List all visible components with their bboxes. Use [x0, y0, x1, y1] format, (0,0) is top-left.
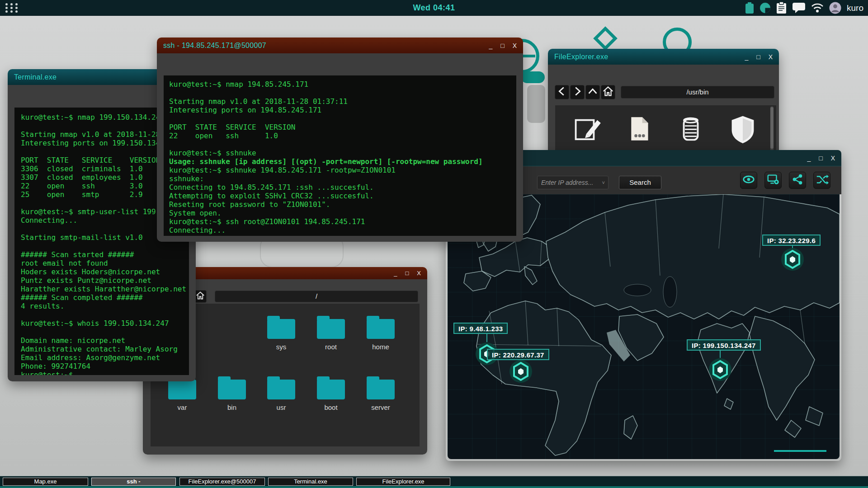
notepad-icon	[571, 113, 603, 147]
forward-icon	[571, 84, 584, 100]
search-button[interactable]: Search	[619, 176, 661, 189]
folder-icon	[218, 380, 246, 399]
pie-chart-icon[interactable]	[760, 2, 771, 14]
folder-icon	[317, 380, 345, 399]
folder-item-var[interactable]: var	[162, 380, 203, 411]
minimize-button[interactable]: _	[807, 155, 811, 161]
folder-icon	[267, 380, 295, 399]
wifi-icon[interactable]	[811, 3, 824, 13]
window-title: FileExplorer.exe	[554, 53, 609, 61]
folder-label: root	[325, 343, 337, 351]
close-button[interactable]: X	[769, 54, 773, 60]
shuffle-icon	[815, 173, 829, 188]
window-title: ssh - 194.85.245.171@500007	[163, 42, 266, 50]
folder-item-root[interactable]: root	[311, 319, 351, 351]
maximize-button[interactable]: □	[405, 270, 409, 277]
folder-item-bin[interactable]: bin	[212, 380, 252, 411]
chat-icon[interactable]	[792, 2, 806, 14]
home-button[interactable]	[194, 290, 207, 303]
settings-file-icon	[623, 113, 655, 147]
folder-item-home[interactable]: home	[360, 319, 401, 351]
close-button[interactable]: X	[513, 42, 517, 49]
window-title: Terminal.exe	[14, 73, 57, 81]
marker-connector	[486, 334, 487, 342]
clipboard-icon[interactable]	[776, 2, 787, 14]
marker-connector	[720, 351, 721, 358]
monitor-shield-icon	[726, 113, 759, 147]
close-button[interactable]: X	[831, 155, 835, 161]
maximize-button[interactable]: □	[500, 42, 504, 49]
folder-label: home	[372, 343, 389, 351]
ip-label[interactable]: IP: 32.23.229.6	[762, 235, 821, 246]
taskbar-item-ssh[interactable]: ssh -	[91, 478, 176, 486]
taskbar: Map.exe ssh - FileExplorer.exe@500007 Te…	[0, 476, 868, 488]
folder-item-server[interactable]: server	[360, 380, 401, 411]
taskbar-item-fileexplorer-remote[interactable]: FileExplorer.exe@500007	[179, 478, 265, 486]
file-explorer-title-bar[interactable]: FileExplorer.exe _ □ X	[548, 49, 779, 65]
up-button[interactable]	[585, 85, 600, 99]
hexagon-marker[interactable]	[509, 359, 533, 384]
chevron-down-icon: ˅	[602, 176, 605, 189]
ip-label[interactable]: IP: 9.48.1.233	[453, 323, 508, 334]
taskbar-item-fileexplorer[interactable]: FileExplorer.exe	[356, 478, 450, 486]
avatar-icon[interactable]	[829, 2, 841, 14]
taskbar-accent-strip	[0, 486, 868, 488]
ip-label[interactable]: IP: 220.29.67.37	[487, 349, 549, 360]
forward-button[interactable]	[570, 85, 585, 99]
folder-label: var	[178, 404, 187, 411]
folder-icon	[367, 380, 395, 399]
folder-label: sys	[276, 343, 287, 351]
username[interactable]: kuro	[847, 3, 865, 13]
hexagon-marker[interactable]	[780, 247, 805, 272]
home-button[interactable]	[601, 85, 615, 99]
minimize-button[interactable]: _	[489, 42, 492, 49]
folder-item-boot[interactable]: boot	[311, 380, 351, 411]
taskbar-item-terminal[interactable]: Terminal.exe	[268, 478, 353, 486]
desktop-icon-fragment	[527, 85, 545, 123]
address-bar[interactable]: /usr/bin	[621, 86, 774, 99]
shuffle-button[interactable]	[813, 172, 830, 189]
eye-button[interactable]	[740, 172, 757, 189]
back-button[interactable]	[555, 85, 569, 99]
ip-search-input[interactable]: Enter IP address... ˅	[537, 176, 609, 189]
folder-item-sys[interactable]: sys	[261, 319, 302, 351]
hexagon-marker[interactable]	[708, 357, 732, 382]
eye-icon	[742, 173, 755, 188]
home-icon	[601, 84, 615, 100]
folder-icon	[317, 319, 345, 339]
up-icon	[586, 84, 599, 100]
maximize-button[interactable]: □	[756, 54, 760, 60]
top-bar: Wed 04:41 kuro	[0, 0, 868, 16]
battery-icon[interactable]	[745, 2, 754, 14]
folder-icon	[267, 319, 295, 339]
minimize-button[interactable]: _	[394, 270, 397, 277]
window-ssh: ssh - 194.85.245.171@500007 _ □ X kuro@t…	[157, 38, 523, 242]
remote-screen-button[interactable]	[764, 172, 782, 189]
folder-icon	[168, 380, 196, 399]
desktop-flag-icon	[593, 26, 618, 51]
clock: Wed 04:41	[0, 0, 868, 16]
folder-label: bin	[227, 404, 236, 411]
share-button[interactable]	[789, 172, 806, 189]
address-bar[interactable]: /	[215, 291, 418, 302]
minimize-button[interactable]: _	[745, 54, 748, 60]
folder-label: usr	[277, 404, 286, 411]
ssh-terminal-output[interactable]: kuro@test:~$ nmap 194.85.245.171 Startin…	[164, 75, 516, 236]
ip-label[interactable]: IP: 199.150.134.247	[687, 339, 761, 351]
share-icon	[791, 173, 804, 188]
folder-icon	[367, 319, 395, 339]
ssh-title-bar[interactable]: ssh - 194.85.245.171@500007 _ □ X	[157, 38, 523, 53]
desktop: FileExplorer.exe _ □ X /usr/bin	[0, 0, 868, 488]
logviewer-cylinder-icon	[675, 113, 707, 147]
folder-item-usr[interactable]: usr	[261, 380, 302, 411]
maximize-button[interactable]: □	[819, 155, 822, 161]
map-black-sea	[624, 284, 651, 296]
map-scale-line	[774, 450, 826, 452]
remote-screen-icon	[766, 173, 780, 188]
home-icon	[195, 290, 206, 303]
desktop-icon-fragment	[521, 71, 545, 83]
back-icon	[555, 84, 569, 100]
scrollbar-thumb[interactable]	[770, 107, 774, 149]
taskbar-item-map[interactable]: Map.exe	[3, 478, 88, 486]
close-button[interactable]: X	[417, 270, 421, 277]
